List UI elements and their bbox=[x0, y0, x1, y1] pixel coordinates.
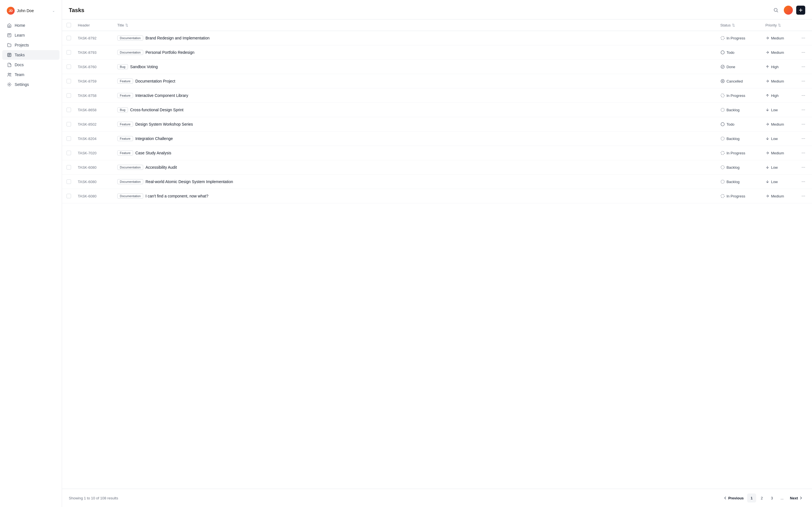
priority-label: Medium bbox=[771, 36, 784, 40]
task-id: TASK-8793 bbox=[78, 50, 96, 55]
sidebar-item-projects[interactable]: Projects bbox=[2, 40, 59, 50]
priority-icon bbox=[765, 108, 769, 112]
row-checkbox-4[interactable] bbox=[66, 93, 71, 98]
sidebar-item-docs[interactable]: Docs bbox=[2, 60, 59, 69]
sidebar-item-learn-label: Learn bbox=[15, 33, 25, 38]
search-button[interactable] bbox=[771, 6, 780, 15]
row-checkbox-11[interactable] bbox=[66, 194, 71, 198]
row-checkbox-2[interactable] bbox=[66, 64, 71, 69]
status-sort[interactable]: Status ⇅ bbox=[720, 23, 735, 27]
row-checkbox-0[interactable] bbox=[66, 36, 71, 40]
row-more-button[interactable]: ··· bbox=[799, 121, 808, 128]
status-icon bbox=[720, 50, 725, 55]
sidebar-item-home[interactable]: Home bbox=[2, 20, 59, 30]
row-more-button[interactable]: ··· bbox=[799, 135, 808, 142]
home-icon bbox=[7, 23, 12, 28]
row-checkbox-10[interactable] bbox=[66, 179, 71, 184]
avatar: JD bbox=[7, 7, 15, 15]
row-checkbox-9[interactable] bbox=[66, 165, 71, 170]
svg-point-4 bbox=[10, 73, 11, 74]
select-all-checkbox[interactable] bbox=[66, 23, 71, 27]
task-badge: Documentation bbox=[117, 193, 143, 199]
table-row: TASK-8792 Documentation Brand Redesign a… bbox=[62, 31, 812, 45]
task-title: Sandbox Voting bbox=[130, 64, 158, 69]
task-title: Integration Challenge bbox=[135, 136, 173, 141]
table-row: TASK-7020 Feature Case Study Analysis In… bbox=[62, 146, 812, 160]
task-id: TASK-6080 bbox=[78, 165, 96, 170]
status-label: Todo bbox=[726, 50, 734, 55]
row-checkbox-8[interactable] bbox=[66, 151, 71, 155]
status-label: In Progress bbox=[726, 36, 745, 40]
row-checkbox-5[interactable] bbox=[66, 108, 71, 112]
user-menu[interactable]: JD John Doe ⌄ bbox=[2, 4, 59, 17]
table-footer: Showing 1 to 10 of 108 results Previous … bbox=[62, 489, 812, 507]
table-row: TASK-8204 Feature Integration Challenge … bbox=[62, 131, 812, 146]
priority-sort-icon: ⇅ bbox=[778, 23, 781, 27]
task-badge: Feature bbox=[117, 122, 133, 127]
docs-icon bbox=[7, 62, 12, 67]
sidebar-item-home-label: Home bbox=[15, 23, 25, 27]
row-more-button[interactable]: ··· bbox=[799, 63, 808, 70]
row-more-button[interactable]: ··· bbox=[799, 92, 808, 99]
table-row: TASK-8760 Bug Sandbox Voting Done High ·… bbox=[62, 60, 812, 74]
task-status: Cancelled bbox=[720, 79, 756, 83]
sidebar-item-team[interactable]: Team bbox=[2, 70, 59, 79]
priority-icon bbox=[765, 65, 769, 69]
tasks-table-container: Header Title ⇅ Status ⇅ bbox=[62, 19, 812, 489]
sort-arrow-icon: ⇅ bbox=[125, 23, 128, 27]
page-1-button[interactable]: 1 bbox=[747, 494, 756, 503]
status-icon bbox=[720, 151, 725, 155]
next-button[interactable]: Next bbox=[788, 494, 805, 503]
sidebar-item-settings[interactable]: Settings bbox=[2, 80, 59, 89]
row-more-button[interactable]: ··· bbox=[799, 34, 808, 42]
svg-point-13 bbox=[721, 122, 724, 126]
row-checkbox-7[interactable] bbox=[66, 136, 71, 141]
th-title: Title ⇅ bbox=[113, 19, 716, 31]
priority-icon bbox=[765, 151, 769, 155]
sidebar-item-tasks[interactable]: Tasks bbox=[2, 50, 59, 60]
th-status: Status ⇅ bbox=[716, 19, 761, 31]
task-badge: Documentation bbox=[117, 36, 143, 41]
status-icon bbox=[720, 165, 725, 170]
task-priority: Medium bbox=[765, 122, 790, 126]
row-more-button[interactable]: ··· bbox=[799, 77, 808, 85]
page-2-button[interactable]: 2 bbox=[757, 494, 766, 503]
task-title: Accessibility Audit bbox=[146, 165, 177, 170]
tasks-table: Header Title ⇅ Status ⇅ bbox=[62, 19, 812, 203]
sidebar-item-team-label: Team bbox=[15, 72, 24, 77]
task-priority: Medium bbox=[765, 79, 790, 83]
task-priority: Low bbox=[765, 165, 790, 170]
user-avatar-button[interactable] bbox=[784, 6, 793, 15]
status-label: Backlog bbox=[726, 165, 740, 170]
learn-icon bbox=[7, 33, 12, 38]
page-ellipsis[interactable]: ... bbox=[777, 494, 786, 503]
page-3-button[interactable]: 3 bbox=[767, 494, 776, 503]
row-checkbox-1[interactable] bbox=[66, 50, 71, 55]
add-task-button[interactable] bbox=[796, 6, 805, 15]
projects-icon bbox=[7, 43, 12, 48]
row-checkbox-6[interactable] bbox=[66, 122, 71, 126]
task-badge: Feature bbox=[117, 151, 133, 156]
status-label: Todo bbox=[726, 122, 734, 126]
title-sort[interactable]: Title ⇅ bbox=[117, 23, 128, 27]
prev-button[interactable]: Previous bbox=[721, 494, 746, 503]
row-more-button[interactable]: ··· bbox=[799, 49, 808, 56]
row-more-button[interactable]: ··· bbox=[799, 106, 808, 114]
team-icon bbox=[7, 72, 12, 77]
status-icon bbox=[720, 79, 725, 83]
sidebar-item-learn[interactable]: Learn bbox=[2, 31, 59, 40]
table-row: TASK-6080 Documentation Accessibility Au… bbox=[62, 160, 812, 175]
priority-icon bbox=[765, 79, 769, 83]
task-id: TASK-8658 bbox=[78, 108, 96, 112]
row-checkbox-3[interactable] bbox=[66, 79, 71, 83]
status-icon bbox=[720, 93, 725, 98]
priority-label: High bbox=[771, 65, 779, 69]
task-priority: Low bbox=[765, 180, 790, 184]
row-more-button[interactable]: ··· bbox=[799, 192, 808, 200]
priority-sort[interactable]: Priority ⇅ bbox=[765, 23, 781, 27]
row-more-button[interactable]: ··· bbox=[799, 178, 808, 185]
th-header: Header bbox=[73, 19, 113, 31]
row-more-button[interactable]: ··· bbox=[799, 149, 808, 157]
row-more-button[interactable]: ··· bbox=[799, 164, 808, 171]
pagination: Previous 1 2 3 ... Next bbox=[721, 494, 805, 503]
